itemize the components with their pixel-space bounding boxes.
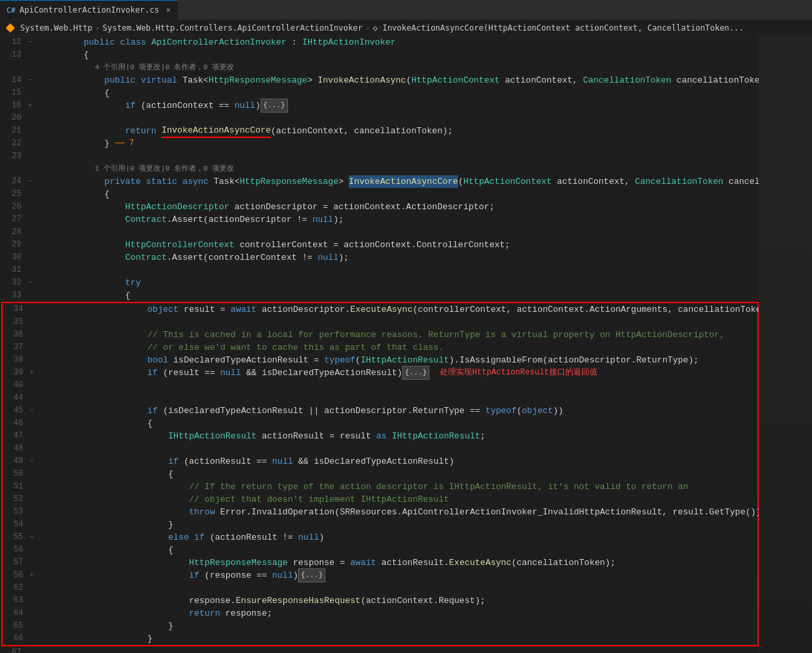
fold-indicator-45[interactable]: − — [27, 404, 36, 417]
code-cell — [37, 264, 759, 277]
editor-row: 47 IHttpActionResult actionResult = resu… — [1, 430, 759, 442]
code-cell: if (actionResult == null && isDeclaredTy… — [38, 455, 757, 468]
editor-row: 22 } ── 7 — [0, 137, 759, 150]
code-cell: Contract.Assert(controllerContext != nul… — [37, 251, 759, 264]
fold-indicator[interactable]: − — [25, 74, 35, 87]
code-cell: IHttpActionResult actionResult = result … — [38, 430, 757, 442]
app-container: C# ApiControllerActionInvoker.cs × 🔶 Sys… — [0, 0, 812, 653]
editor-body: 12 − public class ApiControllerActionInv… — [0, 36, 812, 653]
code-cell: { — [37, 49, 759, 61]
tab-spacer — [178, 0, 812, 19]
tab-bar: C# ApiControllerActionInvoker.cs × — [0, 0, 812, 20]
code-cell: if (result == null && isDeclaredTypeActi… — [38, 366, 757, 379]
breadcrumb-2[interactable]: System.Web.Http.Controllers.ApiControlle… — [103, 23, 363, 33]
code-area: 12 − public class ApiControllerActionInv… — [0, 36, 759, 653]
meta-info-2: 1 个引用|0 项更改|0 名作者，0 项更改 — [37, 163, 759, 175]
editor-row: 51 // If the return type of the action d… — [1, 480, 759, 493]
code-cell: { — [38, 468, 757, 480]
code-cell — [37, 112, 759, 125]
editor-row: 20 — [0, 112, 759, 125]
fold-indicator-39[interactable]: + — [27, 366, 36, 379]
code-cell: return InvokeActionAsyncCore(actionConte… — [37, 125, 759, 137]
code-cell: { — [38, 544, 757, 556]
editor-row: 49 − if (actionResult == null && isDecla… — [1, 455, 759, 468]
editor-row: 65 } — [1, 620, 759, 632]
breadcrumb-bar: 🔶 System.Web.Http › System.Web.Http.Cont… — [0, 20, 812, 36]
minimap — [759, 36, 812, 653]
code-cell-24: private static async Task<HttpResponseMe… — [37, 175, 759, 188]
code-cell: // If the return type of the action desc… — [38, 480, 757, 493]
code-cell: Contract.Assert(actionDescriptor != null… — [37, 213, 759, 226]
breadcrumb-1[interactable]: 🔶 System.Web.Http — [5, 23, 93, 33]
code-cell: // object that doesn't implement IHttpAc… — [38, 493, 757, 506]
active-tab[interactable]: C# ApiControllerActionInvoker.cs × — [0, 0, 178, 19]
breadcrumb-sep-2: › — [365, 23, 370, 33]
code-cell — [38, 392, 757, 404]
editor-row-meta: 4 个引用|0 项更改|0 名作者，0 项更改 — [0, 61, 759, 74]
editor-row: 64 return response; — [1, 607, 759, 620]
code-cell: response.EnsureResponseHasRequest(action… — [38, 594, 757, 607]
editor-row: 28 — [0, 226, 759, 239]
editor-row-meta: 1 个引用|0 项更改|0 名作者，0 项更改 — [0, 163, 759, 175]
tab-icon: C# — [7, 6, 15, 15]
code-cell: if (isDeclaredTypeActionResult || action… — [38, 404, 757, 417]
editor-row: 48 — [1, 442, 759, 455]
code-cell — [38, 582, 757, 594]
line-number: 15 — [0, 87, 25, 99]
code-cell: try — [37, 277, 759, 289]
editor-row: 26 HttpActionDescriptor actionDescriptor… — [0, 201, 759, 213]
line-number: 16 — [0, 99, 25, 112]
code-cell: return response; — [38, 607, 757, 620]
editor-row: 46 { — [1, 417, 759, 430]
line-number: 12 — [0, 36, 25, 49]
editor-row: 27 Contract.Assert(actionDescriptor != n… — [0, 213, 759, 226]
editor-row: 21 return InvokeActionAsyncCore(actionCo… — [0, 125, 759, 137]
editor-row: 44 — [1, 392, 759, 404]
editor-row: 67 — [0, 646, 759, 653]
editor-row: 23 — [0, 150, 759, 163]
editor-row: 56 { — [1, 544, 759, 556]
fold-indicator-58[interactable]: + — [27, 569, 36, 582]
editor-row: 25 { — [0, 188, 759, 201]
editor-row: 53 throw Error.InvalidOperation(SRResour… — [1, 506, 759, 518]
editor-row: 38 bool isDeclaredTypeActionResult = typ… — [1, 354, 759, 366]
code-cell: { — [38, 417, 757, 430]
fold-indicator[interactable]: + — [25, 99, 35, 112]
code-cell: if (response == null){...} — [38, 569, 757, 582]
editor-row: 13 { — [0, 49, 759, 61]
code-cell — [37, 150, 759, 163]
editor-row: 14 − public virtual Task<HttpResponseMes… — [0, 74, 759, 87]
editor-row: 32 − try — [0, 277, 759, 289]
code-cell — [38, 316, 757, 328]
code-cell: { — [37, 188, 759, 201]
code-cell: HttpActionDescriptor actionDescriptor = … — [37, 201, 759, 213]
editor-row: 62 — [1, 582, 759, 594]
editor-row: 33 { — [0, 289, 759, 302]
editor-row-redbox-start: 34 object result = await actionDescripto… — [1, 302, 759, 316]
breadcrumb-sep-1: › — [95, 23, 100, 33]
editor-row: 58 + if (response == null){...} — [1, 569, 759, 582]
fold-indicator-32[interactable]: − — [25, 277, 35, 289]
code-cell — [38, 379, 757, 392]
fold-indicator-55[interactable]: − — [27, 531, 36, 544]
editor-row: 15 { — [0, 87, 759, 99]
tab-close-icon[interactable]: × — [166, 5, 171, 15]
fold-indicator[interactable]: − — [25, 36, 35, 49]
breadcrumb-3[interactable]: ◇ InvokeActionAsyncCore(HttpActionContex… — [373, 23, 743, 33]
code-cell: public virtual Task<HttpResponseMessage>… — [37, 74, 759, 87]
code-cell: public class ApiControllerActionInvoker … — [37, 36, 759, 49]
editor-row: 36 // This is cached in a local for perf… — [1, 328, 759, 341]
code-cell: else if (actionResult != null) — [38, 531, 757, 544]
fold-indicator-49[interactable]: − — [27, 455, 36, 468]
code-cell: throw Error.InvalidOperation(SRResources… — [38, 506, 759, 518]
fold-indicator-24[interactable]: − — [25, 175, 35, 188]
editor-row: 40 — [1, 379, 759, 392]
code-cell: HttpResponseMessage response = await act… — [38, 556, 757, 569]
code-cell: object result = await actionDescriptor.E… — [38, 303, 759, 316]
code-cell: { — [37, 87, 759, 99]
editor-row: 24 − private static async Task<HttpRespo… — [0, 175, 759, 188]
code-cell: } — [38, 620, 757, 632]
code-cell: } — [38, 632, 757, 645]
editor-row-redbox-end: 66 } — [1, 632, 759, 646]
editor-row: 39 + if (result == null && isDeclaredTyp… — [1, 366, 759, 379]
